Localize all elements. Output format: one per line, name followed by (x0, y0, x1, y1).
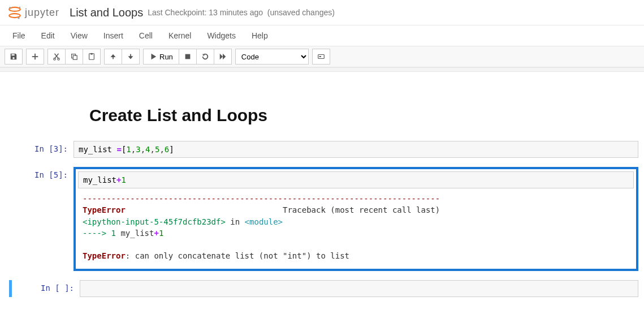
run-button[interactable]: Run (143, 49, 179, 65)
restart-button[interactable] (197, 49, 214, 65)
move-down-button[interactable] (122, 49, 140, 65)
svg-point-1 (9, 14, 20, 18)
notebook-header: jupyter List and Loops Last Checkpoint: … (0, 0, 644, 25)
svg-rect-10 (90, 53, 93, 55)
copy-button[interactable] (66, 49, 83, 65)
logo-text: jupyter (25, 7, 59, 19)
add-cell-button[interactable] (26, 49, 44, 65)
svg-point-0 (9, 7, 20, 11)
notebook-area: Create List and Loops In [3]: my_list =[… (0, 72, 644, 317)
run-label: Run (159, 53, 173, 61)
play-icon (149, 53, 157, 61)
svg-rect-13 (185, 54, 190, 59)
svg-point-4 (18, 17, 19, 19)
prompt-in-empty: In [ ]: (12, 280, 80, 297)
svg-rect-8 (73, 55, 77, 59)
svg-point-2 (9, 7, 11, 8)
menu-widgets[interactable]: Widgets (199, 28, 244, 44)
menu-edit[interactable]: Edit (33, 28, 63, 44)
code-cell-2[interactable]: In [5]: my_list+1 ----------------------… (6, 167, 638, 271)
menu-insert[interactable]: Insert (96, 28, 131, 44)
menu-cell[interactable]: Cell (131, 28, 161, 44)
svg-point-6 (58, 58, 60, 61)
cut-button[interactable] (47, 49, 66, 65)
checkpoint-text: Last Checkpoint: 13 minutes ago (unsaved… (148, 8, 335, 17)
jupyter-logo[interactable]: jupyter (7, 5, 59, 20)
menubar: File Edit View Insert Cell Kernel Widget… (0, 25, 644, 46)
cell-type-select[interactable]: Code (235, 49, 309, 65)
markdown-cell[interactable]: Create List and Loops (6, 106, 638, 125)
jupyter-icon (7, 5, 23, 20)
code-cell-3-selected[interactable]: In [ ]: (9, 280, 638, 297)
svg-rect-11 (113, 57, 114, 59)
svg-rect-12 (130, 54, 131, 57)
paste-button[interactable] (83, 49, 101, 65)
restart-run-all-button[interactable] (214, 49, 232, 65)
menu-file[interactable]: File (5, 28, 33, 44)
svg-point-5 (54, 58, 56, 61)
move-up-button[interactable] (104, 49, 122, 65)
svg-point-3 (19, 7, 20, 8)
divider (0, 67, 644, 72)
highlighted-cell-box: my_list+1 ------------------------------… (74, 167, 638, 271)
error-output: ----------------------------------------… (78, 188, 634, 266)
save-button[interactable] (5, 49, 23, 65)
code-cell-1[interactable]: In [3]: my_list =[1,3,4,5,6] (6, 141, 638, 158)
menu-view[interactable]: View (63, 28, 96, 44)
interrupt-button[interactable] (179, 49, 197, 65)
heading-create-list: Create List and Loops (89, 106, 638, 125)
svg-rect-15 (319, 56, 321, 57)
code-input-2[interactable]: my_list+1 (78, 171, 634, 188)
code-input-1[interactable]: my_list =[1,3,4,5,6] (74, 141, 638, 158)
prompt-in-5: In [5]: (6, 167, 74, 271)
menu-kernel[interactable]: Kernel (161, 28, 199, 44)
code-input-3[interactable] (80, 280, 638, 297)
menu-help[interactable]: Help (244, 28, 276, 44)
toolbar: Run Code (0, 46, 644, 67)
notebook-title[interactable]: List and Loops (70, 6, 143, 19)
prompt-in-3: In [3]: (6, 141, 74, 158)
command-palette-button[interactable] (312, 49, 330, 65)
